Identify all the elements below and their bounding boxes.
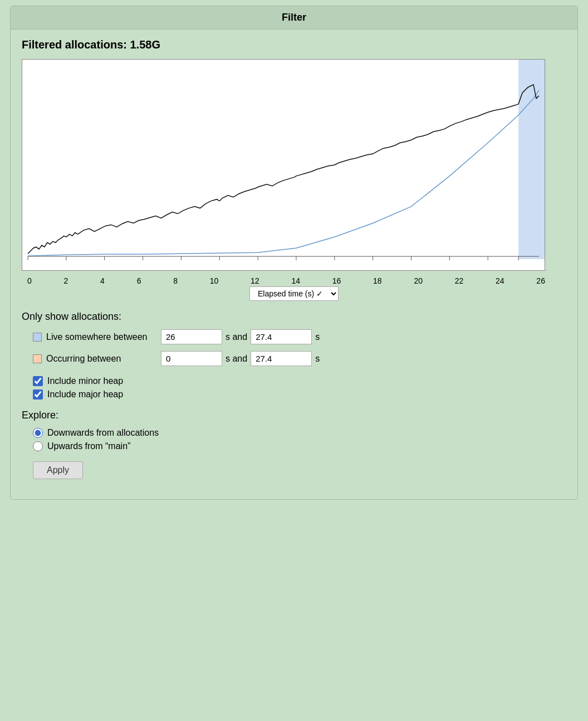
x-label-2: 2 xyxy=(64,276,68,285)
x-label-14: 14 xyxy=(291,276,300,285)
x-label-26: 26 xyxy=(536,276,545,285)
occurring-between-label-group: Occurring between xyxy=(33,354,155,364)
x-label-0: 0 xyxy=(27,276,32,285)
elapsed-time-select[interactable]: Elapsed time (s) ✓ xyxy=(249,286,339,301)
minor-heap-row: Include minor heap xyxy=(33,376,566,386)
x-label-20: 20 xyxy=(414,276,423,285)
live-between-label: Live somewhere between xyxy=(46,332,147,342)
filtered-allocations-label: Filtered allocations: 1.58G xyxy=(22,38,566,51)
allocation-chart xyxy=(22,59,545,271)
occurring-between-s: s xyxy=(315,354,320,364)
elapsed-dropdown-container: Elapsed time (s) ✓ xyxy=(22,286,566,301)
x-label-12: 12 xyxy=(251,276,259,285)
only-show-label: Only show allocations: xyxy=(22,311,566,323)
live-between-color-box xyxy=(33,333,42,342)
occurring-between-to[interactable] xyxy=(251,351,312,366)
filter-options: Live somewhere between s and s Occurring… xyxy=(33,329,566,366)
live-between-s-and: s and xyxy=(226,332,247,342)
upwards-radio-row: Upwards from “main” xyxy=(33,441,566,451)
occurring-between-color-box xyxy=(33,354,42,363)
chart-svg xyxy=(22,60,545,270)
x-label-24: 24 xyxy=(496,276,504,285)
live-between-from[interactable] xyxy=(161,329,222,344)
downwards-radio[interactable] xyxy=(33,428,43,438)
x-label-6: 6 xyxy=(137,276,141,285)
panel-title: Filter xyxy=(282,12,306,23)
occurring-between-from[interactable] xyxy=(161,351,222,366)
panel-body: Filtered allocations: 1.58G xyxy=(11,30,577,488)
svg-rect-0 xyxy=(518,60,545,259)
occurring-between-s-and: s and xyxy=(226,354,247,364)
x-label-18: 18 xyxy=(373,276,382,285)
x-label-22: 22 xyxy=(455,276,464,285)
major-heap-row: Include major heap xyxy=(33,389,566,400)
upwards-radio[interactable] xyxy=(33,441,43,451)
live-between-row: Live somewhere between s and s xyxy=(33,329,566,344)
downwards-label: Downwards from allocations xyxy=(47,428,159,438)
upwards-label: Upwards from “main” xyxy=(47,441,130,451)
apply-button[interactable]: Apply xyxy=(33,461,83,479)
x-label-10: 10 xyxy=(210,276,219,285)
downwards-radio-row: Downwards from allocations xyxy=(33,428,566,438)
minor-heap-label: Include minor heap xyxy=(47,376,123,386)
live-between-s: s xyxy=(315,332,320,342)
occurring-between-row: Occurring between s and s xyxy=(33,351,566,366)
explore-section: Explore: Downwards from allocations Upwa… xyxy=(22,410,566,451)
minor-heap-checkbox[interactable] xyxy=(33,376,43,386)
x-label-8: 8 xyxy=(173,276,178,285)
major-heap-label: Include major heap xyxy=(47,389,123,400)
live-between-to[interactable] xyxy=(251,329,312,344)
x-axis-labels: 0 2 4 6 8 10 12 14 16 18 20 22 24 26 xyxy=(22,275,545,286)
major-heap-checkbox[interactable] xyxy=(33,389,43,400)
explore-radio-options: Downwards from allocations Upwards from … xyxy=(33,428,566,451)
occurring-between-range: s and s xyxy=(161,351,320,366)
explore-label: Explore: xyxy=(22,410,566,421)
occurring-between-label: Occurring between xyxy=(46,354,121,364)
heap-checkboxes: Include minor heap Include major heap xyxy=(33,376,566,400)
filter-panel: Filter Filtered allocations: 1.58G xyxy=(10,6,578,500)
live-between-range: s and s xyxy=(161,329,320,344)
x-label-16: 16 xyxy=(332,276,341,285)
x-label-4: 4 xyxy=(100,276,105,285)
live-between-label-group: Live somewhere between xyxy=(33,332,155,342)
panel-header: Filter xyxy=(11,6,577,30)
